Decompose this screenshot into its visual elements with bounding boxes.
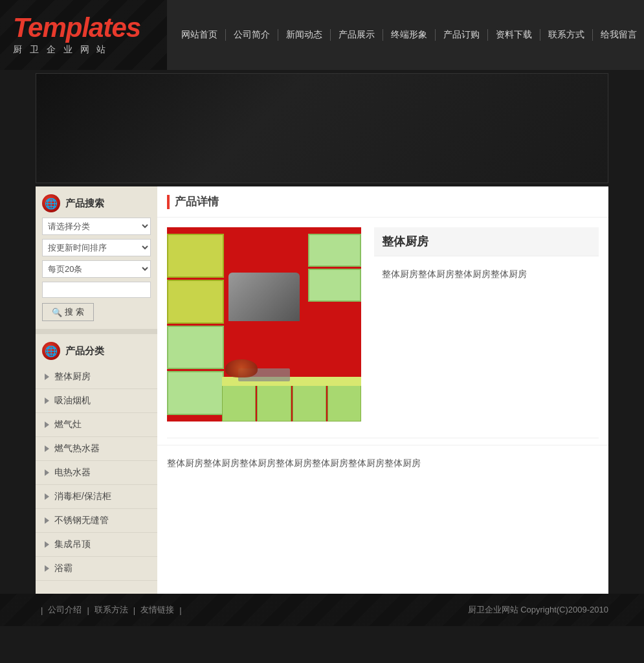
footer-separator-1: | (87, 605, 89, 615)
category-label-5: 消毒柜/保洁柜 (54, 491, 111, 502)
category-item-3[interactable]: 燃气热水器 (36, 437, 157, 461)
product-detail-heading: 产品详情 (157, 186, 608, 218)
nav-products[interactable]: 产品展示 (331, 29, 383, 41)
navigation: 网站首页 公司简介 新闻动态 产品展示 终端形象 产品订购 资料下载 联系方式 … (167, 0, 644, 70)
sidebar: 产品搜索 请选择分类 按更新时间排序 每页20条 🔍 搜 索 产品分类 (36, 186, 157, 594)
category-item-1[interactable]: 吸油烟机 (36, 389, 157, 413)
product-desc-full: 整体厨房整体厨房整体厨房整体厨房整体厨房整体厨房整体厨房 (157, 445, 608, 481)
category-item-6[interactable]: 不锈钢无缝管 (36, 509, 157, 533)
sort-select[interactable]: 按更新时间排序 (42, 239, 151, 256)
category-item-2[interactable]: 燃气灶 (36, 413, 157, 437)
product-info: 整体厨房 整体厨房整体厨房整体厨房整体厨房 (374, 227, 599, 282)
page-wrapper: Templates 厨 卫 企 业 网 站 网站首页 公司简介 新闻动态 产品展… (0, 0, 644, 626)
category-item-0[interactable]: 整体厨房 (36, 365, 157, 389)
product-image (167, 227, 361, 421)
perpage-select[interactable]: 每页20条 (42, 260, 151, 278)
search-globe-icon (42, 194, 60, 212)
search-title-text: 产品搜索 (65, 197, 104, 210)
footer: | 公司介绍 | 联系方法 | 友情链接 | 厨卫企业网站 Copyright(… (0, 594, 644, 626)
sidebar-divider (36, 329, 157, 334)
arrow-icon-6 (45, 517, 49, 524)
arrow-icon-8 (45, 565, 49, 572)
nav-download[interactable]: 资料下载 (488, 29, 540, 41)
nav-about[interactable]: 公司简介 (226, 29, 278, 41)
product-desc-short: 整体厨房整体厨房整体厨房整体厨房 (374, 266, 599, 282)
logo-area: Templates 厨 卫 企 业 网 站 (0, 8, 167, 62)
category-select[interactable]: 请选择分类 (42, 218, 151, 235)
main-content: 产品搜索 请选择分类 按更新时间排序 每页20条 🔍 搜 索 产品分类 (36, 186, 608, 594)
heading-accent-bar (167, 195, 170, 209)
nav-news[interactable]: 新闻动态 (278, 29, 331, 41)
category-item-4[interactable]: 电热水器 (36, 461, 157, 485)
category-item-8[interactable]: 浴霸 (36, 557, 157, 581)
category-section-title: 产品分类 (36, 334, 157, 365)
search-input[interactable] (42, 282, 151, 298)
category-label-8: 浴霸 (54, 563, 72, 574)
category-label-0: 整体厨房 (54, 371, 91, 383)
arrow-icon-7 (45, 541, 49, 548)
header: Templates 厨 卫 企 业 网 站 网站首页 公司简介 新闻动态 产品展… (0, 0, 644, 70)
arrow-icon-2 (45, 421, 49, 428)
content-divider (167, 438, 599, 438)
category-label-2: 燃气灶 (54, 419, 82, 431)
product-image-wrap (167, 227, 361, 421)
footer-separator-2: | (133, 605, 135, 615)
footer-separator-left: | (41, 605, 43, 615)
nav-home[interactable]: 网站首页 (173, 29, 226, 41)
logo-title: Templates (13, 14, 154, 41)
category-list: 整体厨房 吸油烟机 燃气灶 燃气热水器 电热水器 (36, 365, 157, 581)
product-content: 整体厨房 整体厨房整体厨房整体厨房整体厨房 (157, 218, 608, 431)
arrow-icon-5 (45, 493, 49, 500)
footer-copyright: 厨卫企业网站 Copyright(C)2009-2010 (468, 604, 608, 616)
category-label-1: 吸油烟机 (54, 395, 91, 407)
arrow-icon-0 (45, 374, 49, 380)
nav-contact[interactable]: 联系方式 (540, 29, 593, 41)
arrow-icon-3 (45, 445, 49, 452)
category-title-text: 产品分类 (65, 345, 104, 357)
category-label-3: 燃气热水器 (54, 443, 100, 455)
search-form: 请选择分类 按更新时间排序 每页20条 🔍 搜 索 (36, 218, 157, 321)
page-title: 产品详情 (175, 194, 219, 209)
nav-order[interactable]: 产品订购 (436, 29, 488, 41)
nav-message[interactable]: 给我留言 (593, 29, 644, 41)
main-panel-inner: 产品详情 (157, 186, 608, 562)
product-title: 整体厨房 (374, 227, 599, 256)
category-item-5[interactable]: 消毒柜/保洁柜 (36, 485, 157, 509)
category-globe-icon (42, 342, 60, 360)
footer-link-friends[interactable]: 友情链接 (140, 604, 174, 616)
category-label-4: 电热水器 (54, 467, 91, 478)
search-btn-label: 搜 索 (65, 306, 84, 318)
footer-separator-right: | (179, 605, 181, 615)
footer-links: | 公司介绍 | 联系方法 | 友情链接 | (36, 604, 187, 616)
search-button[interactable]: 🔍 搜 索 (42, 303, 94, 321)
category-item-7[interactable]: 集成吊顶 (36, 533, 157, 557)
arrow-icon-4 (45, 469, 49, 476)
footer-link-contact[interactable]: 联系方法 (94, 604, 128, 616)
category-label-6: 不锈钢无缝管 (54, 515, 109, 526)
search-icon: 🔍 (52, 308, 62, 317)
arrow-icon-1 (45, 398, 49, 404)
logo-subtitle: 厨 卫 企 业 网 站 (13, 44, 154, 56)
main-panel: 产品详情 (157, 186, 608, 594)
search-section-title: 产品搜索 (36, 186, 157, 218)
nav-terminal[interactable]: 终端形象 (383, 29, 436, 41)
category-label-7: 集成吊顶 (54, 539, 91, 550)
banner-image (36, 73, 608, 183)
footer-link-about[interactable]: 公司介绍 (48, 604, 82, 616)
banner (36, 70, 608, 186)
